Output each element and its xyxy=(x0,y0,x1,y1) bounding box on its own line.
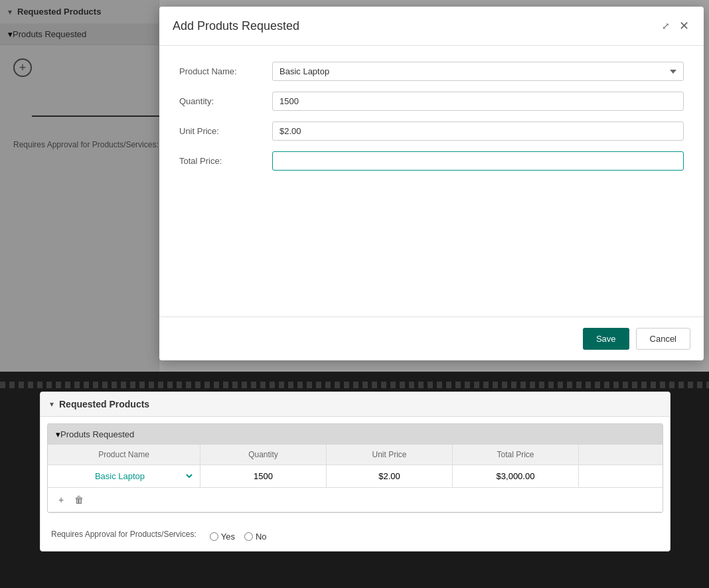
bottom-sub-header: ▾ Produts Requested xyxy=(48,424,663,445)
header-product-name: Product Name xyxy=(48,445,200,465)
modal-dialog: Add Produts Requested ⤢ ✕ Product Name: … xyxy=(159,7,704,360)
expand-icon: ⤢ xyxy=(662,21,670,31)
cancel-button[interactable]: Cancel xyxy=(636,328,690,350)
quantity-label: Quantity: xyxy=(179,96,272,106)
bottom-section: ▾ Requested Products ▾ Produts Requested… xyxy=(40,392,670,551)
total-price-input[interactable] xyxy=(272,151,684,171)
radio-yes-input[interactable] xyxy=(210,532,218,541)
bottom-sub-title: Produts Requested xyxy=(60,429,134,439)
product-name-label: Product Name: xyxy=(179,66,272,76)
modal-body: Product Name: Basic Laptop Quantity: Uni… xyxy=(159,46,704,197)
close-button[interactable]: ✕ xyxy=(678,17,690,35)
bottom-chevron-icon: ▾ xyxy=(50,400,54,409)
dashed-divider xyxy=(0,382,709,388)
cell-total-price: $3,000.00 xyxy=(453,465,579,487)
table-header-row: Product Name Quantity Unit Price Total P… xyxy=(48,445,663,465)
radio-no-label: No xyxy=(256,532,267,542)
radio-yes-label: Yes xyxy=(221,532,235,542)
product-name-field: Basic Laptop xyxy=(272,62,684,81)
delete-row-button[interactable]: 🗑 xyxy=(72,493,86,506)
product-select-inline[interactable]: Basic Laptop xyxy=(53,471,195,482)
bottom-sub-section: ▾ Produts Requested Product Name Quantit… xyxy=(47,423,663,513)
trash-icon: 🗑 xyxy=(74,494,84,505)
product-name-row: Product Name: Basic Laptop xyxy=(179,62,684,81)
radio-yes-option[interactable]: Yes xyxy=(210,532,235,542)
cell-product-name: Basic Laptop xyxy=(48,465,200,487)
radio-no-option[interactable]: No xyxy=(244,532,267,542)
modal-header-actions: ⤢ ✕ xyxy=(661,17,690,35)
cell-unit-price: $2.00 xyxy=(327,465,453,487)
product-name-select[interactable]: Basic Laptop xyxy=(272,62,684,81)
quantity-row: Quantity: xyxy=(179,92,684,111)
header-quantity: Quantity xyxy=(200,445,327,465)
plus-row-icon: + xyxy=(58,494,64,505)
unit-price-label: Unit Price: xyxy=(179,126,272,136)
unit-price-row: Unit Price: xyxy=(179,121,684,141)
bottom-sub-chevron-icon: ▾ xyxy=(56,429,60,439)
requires-text: Requires Approval for Products/Services: xyxy=(51,529,197,540)
cell-quantity: 1500 xyxy=(200,465,327,487)
header-unit-price: Unit Price xyxy=(327,445,453,465)
modal-title: Add Produts Requested xyxy=(173,19,299,33)
modal-header: Add Produts Requested ⤢ ✕ xyxy=(159,7,704,46)
total-price-row: Total Price: xyxy=(179,151,684,171)
bottom-title: Requested Products xyxy=(59,399,149,409)
quantity-field xyxy=(272,92,684,111)
save-button[interactable]: Save xyxy=(583,328,629,350)
product-select-wrapper: Basic Laptop xyxy=(53,471,195,482)
add-row-button[interactable]: + xyxy=(56,493,66,506)
expand-button[interactable]: ⤢ xyxy=(661,19,671,33)
total-price-label: Total Price: xyxy=(179,156,272,166)
quantity-input[interactable] xyxy=(272,92,684,111)
bottom-header: ▾ Requested Products xyxy=(40,392,670,417)
radio-group: Yes No xyxy=(210,532,267,542)
header-total-price: Total Price xyxy=(453,445,579,465)
total-price-field xyxy=(272,151,684,171)
modal-footer: Save Cancel xyxy=(159,317,704,360)
unit-price-field xyxy=(272,121,684,141)
radio-no-input[interactable] xyxy=(244,532,253,541)
unit-price-input[interactable] xyxy=(272,121,684,141)
table-actions-row: + 🗑 xyxy=(48,488,663,512)
table-row: Basic Laptop 1500 $2.00 $3,000.00 xyxy=(48,465,663,488)
bottom-requires-section: Requires Approval for Products/Services:… xyxy=(40,520,670,551)
close-icon: ✕ xyxy=(679,19,689,33)
